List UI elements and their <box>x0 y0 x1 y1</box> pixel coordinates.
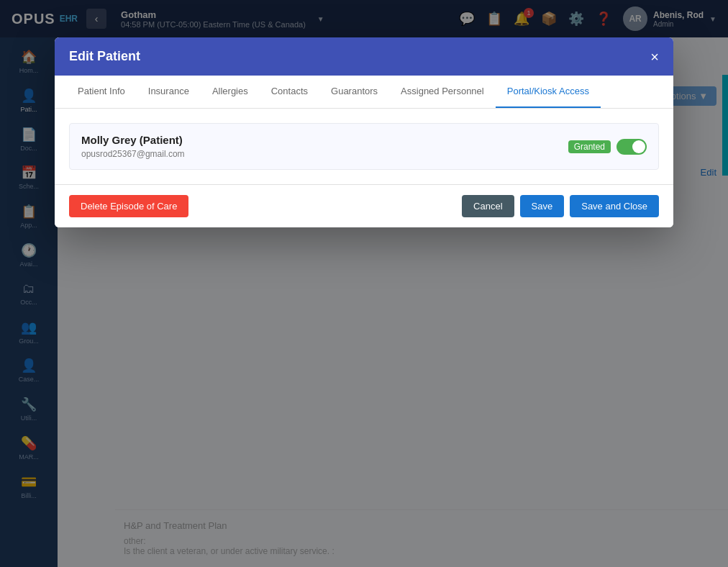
patient-info-section: Molly Grey (Patient) opusrod25367@gmail.… <box>81 134 185 159</box>
tab-contacts[interactable]: Contacts <box>260 76 319 108</box>
patient-email: opusrod25367@gmail.com <box>81 149 185 159</box>
save-and-close-button[interactable]: Save and Close <box>570 195 659 217</box>
tab-guarantors[interactable]: Guarantors <box>319 76 389 108</box>
modal-footer: Delete Episode of Care Cancel Save Save … <box>55 184 673 227</box>
tab-patient-info[interactable]: Patient Info <box>66 76 137 108</box>
patient-name: Molly Grey (Patient) <box>81 134 185 146</box>
toggle-track <box>616 139 647 155</box>
modal-title: Edit Patient <box>69 49 140 64</box>
modal-close-button[interactable]: × <box>650 50 659 64</box>
toggle-container: Granted <box>568 139 647 155</box>
patient-access-row: Molly Grey (Patient) opusrod25367@gmail.… <box>69 123 659 170</box>
delete-episode-button[interactable]: Delete Episode of Care <box>69 195 188 217</box>
modal-overlay: Edit Patient × Patient Info Insurance Al… <box>0 0 728 567</box>
tab-assigned-personnel[interactable]: Assigned Personnel <box>389 76 496 108</box>
portal-access-toggle[interactable] <box>616 139 647 155</box>
toggle-granted-label: Granted <box>568 140 611 153</box>
modal-header: Edit Patient × <box>55 37 673 76</box>
cancel-button[interactable]: Cancel <box>462 195 514 217</box>
tab-allergies[interactable]: Allergies <box>201 76 260 108</box>
modal-tabs: Patient Info Insurance Allergies Contact… <box>55 76 673 109</box>
modal-body: Molly Grey (Patient) opusrod25367@gmail.… <box>55 109 673 184</box>
tab-portal-kiosk-access[interactable]: Portal/Kiosk Access <box>496 76 601 108</box>
footer-right-buttons: Cancel Save Save and Close <box>462 195 659 217</box>
toggle-thumb <box>632 140 645 153</box>
tab-insurance[interactable]: Insurance <box>137 76 201 108</box>
edit-patient-modal: Edit Patient × Patient Info Insurance Al… <box>55 37 673 227</box>
save-button[interactable]: Save <box>520 195 565 217</box>
